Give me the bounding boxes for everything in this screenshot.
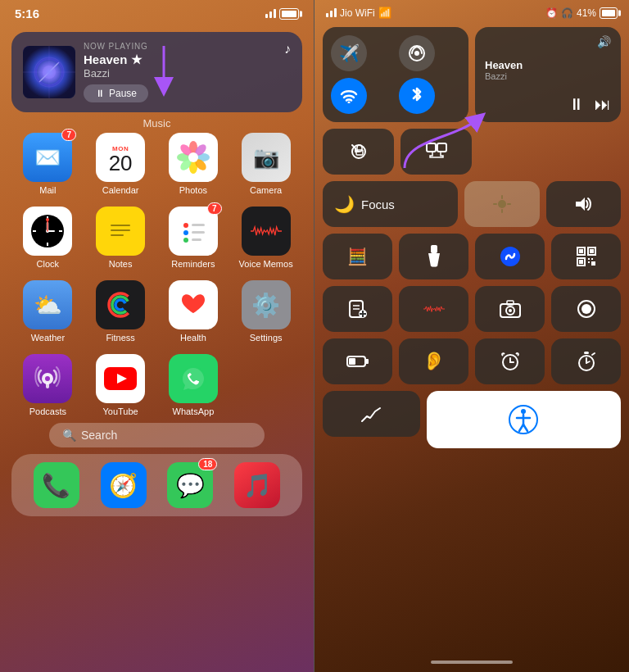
app-icon-weather: ⛅ — [23, 280, 72, 329]
screen-record-icon — [577, 299, 596, 319]
svg-line-7 — [39, 62, 59, 82]
now-playing-info: NOW PLAYING Heaven ★ Bazzi ⏸ Pause — [84, 42, 291, 102]
app-item-weather[interactable]: ⛅ Weather — [15, 280, 81, 343]
cc-np-controls: ⏸ ⏭ — [485, 95, 611, 114]
svg-rect-96 — [584, 352, 589, 354]
messages-icon: 💬 — [176, 472, 205, 499]
cc-np-top: 🔊 — [485, 35, 611, 48]
svg-rect-82 — [507, 301, 514, 305]
app-item-settings[interactable]: ⚙️ Settings — [233, 280, 299, 343]
app-item-reminders[interactable]: 7 Reminders — [161, 207, 227, 269]
alarm-clock-button[interactable] — [475, 338, 545, 384]
right-panel: Jio WiFi 📶 ⏰ 🎧 41% ✈️ — [314, 0, 629, 672]
dock-item-phone[interactable]: 📞 — [34, 462, 79, 508]
app-item-podcasts[interactable]: Podcasts — [15, 354, 81, 416]
orientation-lock-icon — [349, 142, 369, 161]
carrier-name: Jio WiFi — [340, 7, 375, 19]
app-item-fitness[interactable]: Fitness — [88, 280, 154, 343]
cellular-toggle[interactable] — [399, 35, 435, 71]
svg-rect-31 — [111, 234, 124, 236]
app-icon-fitness — [96, 280, 145, 329]
dock-item-music[interactable]: 🎵 — [234, 462, 280, 508]
app-item-photos[interactable]: Photos — [161, 133, 227, 195]
status-bar-right: Jio WiFi 📶 ⏰ 🎧 41% — [314, 0, 629, 22]
app-label-weather: Weather — [31, 333, 65, 343]
brightness-slider[interactable] — [464, 181, 539, 227]
play-pause-button[interactable]: ⏸ — [568, 95, 585, 114]
timer-icon — [577, 351, 596, 372]
camera-quick-button[interactable] — [475, 286, 545, 332]
status-bar-left: 5:16 — [0, 0, 314, 24]
timer-button[interactable] — [551, 338, 621, 384]
low-power-button[interactable] — [323, 338, 392, 384]
app-grid: ✉️ 7 Mail MON 20 Calendar — [0, 133, 314, 416]
search-bar[interactable]: 🔍 Search — [49, 423, 265, 447]
cc-np-title: Heaven — [485, 59, 611, 71]
dock-item-safari[interactable]: 🧭 — [101, 462, 147, 508]
mail-icon: ✉️ — [34, 145, 61, 170]
dock-icon-phone: 📞 — [34, 462, 79, 508]
orientation-lock-button[interactable] — [323, 129, 394, 175]
svg-rect-73 — [588, 261, 590, 263]
dock-item-messages[interactable]: 💬 18 — [167, 462, 213, 508]
app-label-settings: Settings — [250, 333, 283, 343]
wifi-toggle[interactable] — [331, 78, 367, 114]
app-icon-notes — [96, 207, 145, 256]
voice-memo-quick-button[interactable] — [399, 286, 468, 332]
flashlight-button[interactable] — [399, 234, 468, 279]
svg-rect-29 — [111, 225, 130, 226]
signal-icon — [265, 9, 276, 18]
hearing-button[interactable]: 👂 — [399, 338, 468, 384]
svg-rect-35 — [192, 224, 205, 226]
camera-glyph: 📷 — [253, 145, 279, 170]
app-item-whatsapp[interactable]: WhatsApp — [161, 354, 227, 416]
svg-rect-70 — [579, 260, 583, 264]
app-label-podcasts: Podcasts — [29, 406, 66, 416]
app-icon-whatsapp — [169, 354, 218, 403]
dock-icon-safari: 🧭 — [101, 462, 147, 508]
cc-np-artist: Bazzi — [485, 71, 611, 81]
app-item-youtube[interactable]: YouTube — [88, 354, 154, 416]
qr-code-button[interactable] — [551, 234, 621, 279]
small-buttons-row2 — [323, 286, 621, 332]
notes-quick-button[interactable] — [323, 286, 392, 332]
svg-rect-43 — [46, 383, 49, 388]
svg-rect-66 — [579, 249, 583, 253]
svg-point-49 — [348, 102, 351, 104]
flashlight-icon — [426, 245, 442, 268]
pause-button[interactable]: ⏸ Pause — [84, 84, 148, 102]
accessibility-button[interactable] — [427, 391, 621, 448]
control-center: ✈️ — [314, 22, 629, 453]
app-item-health[interactable]: Health — [161, 280, 227, 343]
screen-record-button[interactable] — [551, 286, 621, 332]
app-item-camera[interactable]: 📷 Camera — [233, 133, 299, 195]
airplane-mode-toggle[interactable]: ✈️ — [331, 35, 367, 71]
app-label-voicememos: Voice Memos — [239, 259, 293, 269]
focus-button[interactable]: 🌙 Focus — [323, 181, 458, 227]
dock-icon-music: 🎵 — [234, 462, 280, 508]
left-panel: 5:16 — [0, 0, 314, 672]
app-icon-settings: ⚙️ — [242, 280, 291, 329]
svg-rect-72 — [591, 258, 593, 260]
app-item-voicememos[interactable]: Voice Memos — [233, 207, 299, 269]
app-item-mail[interactable]: ✉️ 7 Mail — [15, 133, 81, 195]
svg-line-97 — [592, 353, 595, 355]
battery-low-icon — [346, 354, 369, 369]
app-item-calendar[interactable]: MON 20 Calendar — [88, 133, 154, 195]
bottom-row-cc — [323, 391, 621, 448]
album-art — [23, 46, 75, 98]
calculator-button[interactable]: 🧮 — [323, 234, 392, 279]
section-label-music: Music — [0, 117, 314, 129]
stocks-button[interactable] — [323, 391, 420, 437]
svg-rect-71 — [588, 258, 590, 260]
volume-slider[interactable] — [546, 181, 621, 227]
svg-point-27 — [46, 218, 49, 221]
shazam-button[interactable] — [475, 234, 545, 279]
app-item-clock[interactable]: Clock — [15, 207, 81, 269]
time-display: 5:16 — [15, 7, 39, 20]
app-item-notes[interactable]: Notes — [88, 207, 154, 269]
skip-forward-button[interactable]: ⏭ — [595, 95, 611, 114]
svg-point-55 — [498, 200, 506, 208]
svg-rect-68 — [590, 249, 594, 253]
music-note-icon: ♪ — [284, 42, 291, 57]
